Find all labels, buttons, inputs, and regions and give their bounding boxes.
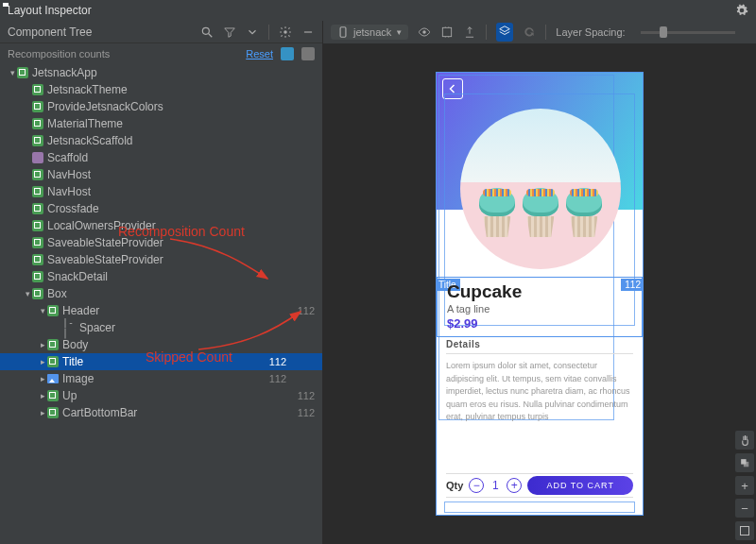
export-icon[interactable] — [463, 26, 476, 39]
qty-minus-button[interactable]: − — [469, 478, 484, 493]
window-title: Layout Inspector — [8, 4, 92, 17]
counts-label: Recomposition counts — [8, 48, 110, 60]
refresh-icon[interactable] — [523, 26, 536, 39]
tree-row[interactable]: ▾Header112 — [0, 302, 322, 319]
component-label: JetsnackApp — [32, 66, 258, 79]
search-icon[interactable] — [200, 26, 214, 39]
component-label: SnackDetail — [47, 270, 258, 283]
component-label: Header — [62, 304, 258, 317]
tree-row[interactable]: NavHost — [0, 183, 322, 200]
tree-row[interactable]: ▸Up112 — [0, 387, 322, 404]
chevron-icon[interactable]: ▾ — [8, 68, 17, 77]
zoom-in-icon[interactable]: + — [735, 476, 754, 495]
component-label: SaveableStateProvider — [47, 253, 258, 266]
svg-rect-8 — [743, 461, 747, 466]
tree-row[interactable]: Crossfade — [0, 200, 322, 217]
component-tree-panel: Component Tree Recomposition counts Rese… — [0, 21, 323, 544]
separator — [268, 25, 269, 40]
chevron-icon[interactable]: ▸ — [38, 340, 47, 349]
chevron-icon[interactable]: ▾ — [38, 306, 47, 315]
component-icon — [32, 169, 43, 180]
chevron-icon[interactable]: ▸ — [38, 391, 47, 400]
add-to-cart-button[interactable]: ADD TO CART — [527, 476, 633, 495]
recomp-col-icon — [281, 47, 294, 60]
tree-row[interactable]: ▾Box — [0, 285, 322, 302]
component-icon — [32, 101, 43, 112]
settings-icon[interactable] — [735, 4, 748, 17]
tree-row[interactable]: SaveableStateProvider — [0, 251, 322, 268]
skipped-count: 112 — [286, 407, 315, 418]
title-bar: Layout Inspector — [0, 0, 756, 21]
canvas-tools: + − — [735, 431, 754, 540]
preview-pane: jetsnack ▼ Layer Spacing: — [323, 21, 756, 544]
component-label: Up — [62, 389, 258, 402]
preview-toolbar: jetsnack ▼ Layer Spacing: — [323, 21, 756, 43]
component-icon — [32, 288, 43, 299]
tree-row[interactable]: ▸CartBottomBar112 — [0, 404, 322, 421]
tree-row[interactable]: ▸Title112 — [0, 353, 322, 370]
spacer-icon: |-| — [62, 322, 76, 333]
component-label: JetsnackTheme — [47, 83, 258, 96]
separator — [486, 25, 487, 40]
capture-icon[interactable] — [440, 26, 454, 39]
tree-row[interactable]: |-|Spacer — [0, 319, 322, 336]
pan-icon[interactable] — [735, 431, 754, 450]
title-block: Cupcake A tag line $2.99 — [437, 277, 643, 337]
svg-line-1 — [209, 33, 213, 37]
tree-row[interactable]: ProvideJetsnackColors — [0, 98, 322, 115]
svg-rect-4 — [340, 27, 346, 38]
tree-row[interactable]: JetsnackScaffold — [0, 132, 322, 149]
qty-plus-button[interactable]: + — [507, 478, 522, 493]
back-button[interactable] — [442, 78, 463, 99]
separator — [545, 25, 546, 40]
tree-row[interactable]: Scaffold — [0, 149, 322, 166]
component-icon — [47, 390, 59, 401]
gear-icon[interactable] — [279, 26, 292, 39]
component-icon — [32, 186, 43, 197]
tree-row[interactable]: ▾JetsnackApp — [0, 64, 322, 81]
tree-row[interactable]: NavHost — [0, 166, 322, 183]
chevron-icon[interactable]: ▸ — [38, 374, 47, 383]
fit-icon[interactable] — [735, 521, 754, 540]
tree-row[interactable]: SnackDetail — [0, 268, 322, 285]
component-icon — [32, 118, 43, 129]
component-icon — [32, 271, 43, 282]
preview-canvas[interactable]: Title 112 Cupcake A tag line $2.99 Detai… — [323, 43, 756, 544]
tree-row[interactable]: LocalOwnersProvider — [0, 217, 322, 234]
chevron-icon[interactable]: ▸ — [38, 357, 47, 366]
filter-icon[interactable] — [223, 26, 236, 39]
tree-row[interactable]: ▸Image112 — [0, 370, 322, 387]
tree-row[interactable]: MaterialTheme — [0, 115, 322, 132]
component-tree[interactable]: ▾JetsnackAppJetsnackThemeProvideJetsnack… — [0, 64, 322, 544]
component-label: CartBottomBar — [62, 406, 258, 419]
component-label: NavHost — [47, 168, 258, 181]
layers-icon[interactable] — [735, 453, 754, 472]
panel-title: Component Tree — [8, 26, 92, 39]
chevron-icon[interactable]: ▸ — [38, 408, 47, 417]
tree-row[interactable]: ▸Body — [0, 336, 322, 353]
layers-mode-icon[interactable] — [496, 23, 513, 42]
component-label: Title — [62, 355, 258, 368]
component-icon — [47, 356, 59, 367]
minimize-icon[interactable] — [301, 26, 315, 39]
component-icon — [32, 237, 43, 248]
chevron-icon[interactable]: ▾ — [23, 289, 32, 298]
reset-link[interactable]: Reset — [246, 48, 273, 60]
component-icon — [32, 84, 43, 95]
tree-row[interactable]: SaveableStateProvider — [0, 234, 322, 251]
details-body: Lorem ipsum dolor sit amet, consectetur … — [446, 360, 633, 424]
tree-row[interactable]: JetsnackTheme — [0, 81, 322, 98]
component-label: NavHost — [47, 185, 258, 198]
component-label: ProvideJetsnackColors — [47, 100, 258, 113]
component-label: Crossfade — [47, 202, 258, 215]
component-label: Spacer — [79, 321, 258, 334]
zoom-out-icon[interactable]: − — [735, 499, 754, 518]
snack-tagline: A tag line — [447, 303, 632, 314]
counts-header: Recomposition counts Reset — [0, 43, 322, 64]
eye-icon[interactable] — [418, 26, 431, 39]
cart-bottom-bar: Qty − 1 + ADD TO CART — [446, 473, 633, 498]
recomp-count: 112 — [258, 356, 286, 367]
device-chip[interactable]: jetsnack ▼ — [331, 25, 408, 40]
layer-spacing-slider[interactable] — [641, 31, 735, 34]
chevron-down-icon[interactable] — [246, 26, 259, 39]
